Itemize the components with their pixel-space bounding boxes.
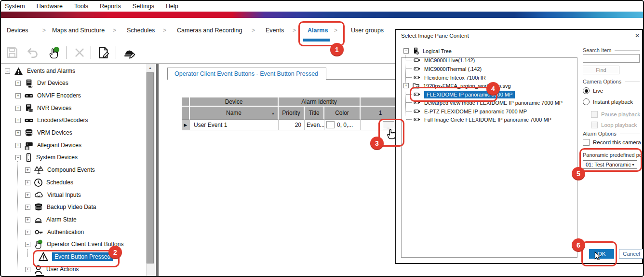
dialog-tree-logical-tree[interactable]: − Logical Tree	[403, 47, 452, 55]
expand-toggle-icon[interactable]: +	[403, 83, 409, 88]
find-button[interactable]: Find	[583, 66, 619, 74]
dialog-tree-camera-eptz-7000[interactable]: E-PTZ FLEXIDOME IP panoramic 7000 MP	[406, 107, 527, 115]
tab-events[interactable]: Events	[266, 27, 284, 34]
menu-tools[interactable]: Tools	[74, 3, 88, 10]
event-button-icon[interactable]	[48, 46, 61, 59]
sidebar-item-dvr-devices[interactable]: + Dvr Devices	[1, 78, 159, 88]
dialog-tree-camera-mic9000i-thermal[interactable]: MIC9000iThermal (.142)	[406, 65, 482, 73]
tree-label: MIC9000i Live(1.142)	[424, 57, 475, 63]
collapse-toggle-icon[interactable]: −	[5, 69, 10, 74]
dialog-tree-camera-flexidome-inteox[interactable]: Flexidome Inteox 7100i IR	[406, 73, 486, 82]
tree-connector-line	[406, 60, 412, 60]
expand-toggle-icon[interactable]: +	[25, 205, 30, 210]
sidebar-item-system-devices[interactable]: − System Devices	[1, 152, 159, 163]
table-column-name[interactable]: Name ▲	[190, 107, 279, 120]
annotation-step-5: 5	[572, 167, 585, 180]
sidebar-item-virtual-inputs[interactable]: + Virtual Inputs	[1, 190, 169, 200]
edit-alarm-icon[interactable]	[122, 46, 137, 59]
edit-document-icon[interactable]	[97, 46, 110, 59]
instant-playback-radio[interactable]: Instant playback	[583, 98, 633, 105]
sidebar-item-compound-events[interactable]: + Compound Events	[1, 165, 169, 175]
radio-unselected-icon[interactable]	[583, 98, 590, 105]
scroll-up-icon[interactable]: ▲	[146, 64, 154, 72]
cell-color[interactable]: 0, 0,...	[324, 120, 361, 130]
save-icon[interactable]	[6, 46, 18, 59]
expand-toggle-icon[interactable]: +	[25, 193, 30, 198]
table-column-color[interactable]: Color	[324, 107, 361, 120]
radio-selected-icon[interactable]	[583, 87, 590, 94]
dialog-title: Select Image Pane Content	[401, 33, 469, 39]
sidebar-item-alarm-state[interactable]: + Alarm State	[1, 214, 169, 225]
checkbox-icon[interactable]	[591, 122, 598, 128]
menu-settings[interactable]: Settings	[133, 3, 154, 10]
sidebar-item-vrm-devices[interactable]: + VRM Devices	[1, 127, 159, 138]
scrollbar-thumb[interactable]	[147, 72, 154, 263]
sidebar-item-backup-video-data[interactable]: + Backup Video Data	[1, 202, 169, 212]
undo-icon[interactable]	[26, 46, 39, 59]
close-icon[interactable]: ✕	[633, 32, 641, 40]
expand-toggle-icon[interactable]: +	[15, 106, 21, 111]
cell-title[interactable]: Even...	[305, 120, 324, 130]
dialog-tree-camera-dewarped-7000[interactable]: Dewarped view mode FLEXIDOME IP panorami…	[406, 98, 563, 107]
panel-splitter[interactable]	[156, 64, 159, 277]
cancel-button[interactable]: Cancel	[619, 249, 644, 259]
menu-help[interactable]: Help	[166, 3, 178, 10]
tab-devices[interactable]: Devices	[7, 27, 28, 34]
tree-label: User Actions	[46, 266, 79, 273]
sidebar-item-events-and-alarms[interactable]: − Events and Alarms	[1, 66, 148, 76]
tab-cameras-and-recording[interactable]: Cameras and Recording	[177, 27, 242, 34]
delete-icon[interactable]	[73, 46, 86, 59]
tab-user-groups[interactable]: User groups	[351, 27, 384, 34]
expand-toggle-icon[interactable]: +	[25, 217, 30, 222]
expand-toggle-icon[interactable]: +	[25, 167, 30, 173]
checkbox-icon[interactable]	[583, 139, 590, 146]
expand-toggle-icon[interactable]: +	[15, 143, 21, 148]
alarm-lamp-icon	[34, 215, 43, 224]
loop-playback-checkbox[interactable]: Loop playback	[591, 122, 637, 128]
sidebar-item-user-actions[interactable]: + User Actions	[1, 264, 169, 275]
expand-toggle-icon[interactable]: +	[25, 267, 30, 272]
sidebar-item-schedules[interactable]: + Schedules	[1, 177, 169, 188]
sidebar-item-operator-client-event-buttons[interactable]: − Operator Client Event Buttons	[1, 239, 169, 249]
cell-priority[interactable]: 20	[279, 120, 305, 130]
panoramic-position-dropdown[interactable]: 01: Test Panoramic ▼	[583, 160, 637, 169]
dialog-tree-camera-mic9000i-live[interactable]: MIC9000i Live(1.142)	[406, 56, 475, 64]
pause-playback-checkbox[interactable]: Pause playback	[591, 111, 640, 118]
sidebar-item-onvif-encoders[interactable]: + ONVIF Encoders	[1, 90, 159, 101]
sidebar-item-authentication[interactable]: + Authentication	[1, 227, 169, 237]
collapse-toggle-icon[interactable]: −	[403, 48, 409, 54]
warning-triangle-icon	[38, 252, 49, 262]
main-content-tab[interactable]: Operator Client Event Buttons - Event Bu…	[167, 68, 326, 80]
menu-reports[interactable]: Reports	[100, 3, 121, 10]
cell-name[interactable]: User Event 1	[190, 120, 279, 130]
menu-system[interactable]: System	[5, 3, 25, 10]
sidebar-item-allegiant-devices[interactable]: + Allegiant Devices	[1, 140, 159, 151]
collapse-toggle-icon[interactable]: −	[25, 242, 30, 247]
expand-toggle-icon[interactable]: +	[25, 230, 30, 235]
group-label-text: Search Item	[583, 47, 611, 53]
active-tab-underline	[303, 39, 330, 42]
table-column-priority[interactable]: Priority	[279, 107, 305, 120]
expand-toggle-icon[interactable]: +	[15, 130, 21, 136]
row-selector[interactable]: ▶	[182, 120, 190, 130]
expand-toggle-icon[interactable]: +	[15, 81, 21, 86]
sidebar-item-encoders-decoders[interactable]: + Encoders/Decoders	[1, 115, 159, 125]
dialog-tree-camera-full-image-circle-7000[interactable]: Full Image Circle FLEXIDOME IP panoramic…	[406, 115, 551, 124]
record-this-camera-checkbox[interactable]: Record this camera	[583, 139, 641, 146]
chevron-right-icon: >	[252, 27, 255, 34]
radio-label: Instant playback	[593, 99, 633, 105]
expand-toggle-icon[interactable]: +	[15, 118, 21, 123]
table-column-title[interactable]: Title	[305, 107, 324, 120]
expand-toggle-icon[interactable]: +	[25, 180, 30, 185]
expand-toggle-icon[interactable]: +	[15, 93, 21, 98]
tab-maps-and-structure[interactable]: Maps and Structure	[52, 27, 105, 34]
checkbox-icon[interactable]	[591, 111, 598, 118]
brand-stripe	[1, 12, 643, 18]
sidebar-item-nvr-devices[interactable]: + NVR Devices	[1, 103, 159, 113]
tab-schedules[interactable]: Schedules	[127, 27, 155, 34]
collapse-toggle-icon[interactable]: −	[15, 155, 21, 160]
search-input[interactable]	[583, 54, 640, 63]
menu-hardware[interactable]: Hardware	[37, 3, 63, 10]
live-radio[interactable]: Live	[583, 87, 603, 94]
tab-alarms[interactable]: Alarms	[308, 27, 328, 34]
